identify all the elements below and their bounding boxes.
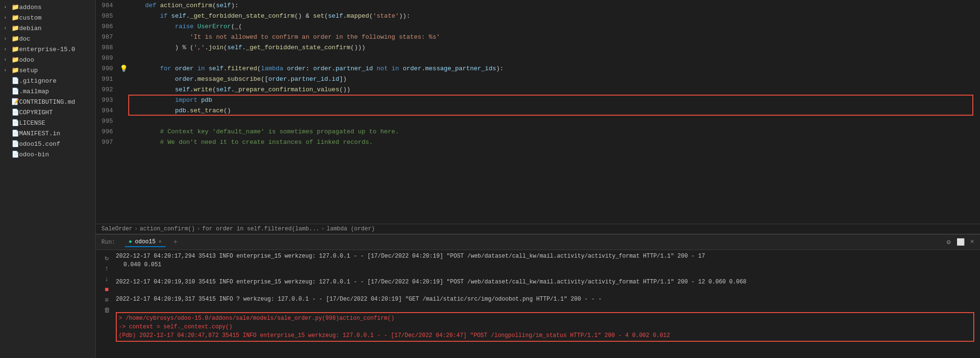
terminal-tab-odoo15[interactable]: ● odoo15 × [125, 238, 166, 247]
line-content: import pdb [128, 97, 980, 104]
terminal-debug-line: (Pdb) 2022-12-17 04:20:47,872 35415 INFO… [119, 331, 971, 340]
breadcrumb-part-2: action_confirm() [140, 226, 195, 232]
code-line-989: 989 [96, 53, 980, 63]
sidebar-item-debian[interactable]: › 📁 debian [0, 23, 95, 33]
file-icon: 📄 [11, 87, 19, 95]
line-content: # Context key 'default_name' is sometime… [128, 128, 980, 135]
code-line-984: 984 def action_confirm(self): [96, 0, 980, 11]
breadcrumb: SaleOrder › action_confirm() › for order… [96, 224, 980, 234]
gear-icon[interactable]: ⚙ [947, 238, 950, 246]
code-line-993: 993 import pdb [96, 95, 980, 105]
line-content: 'It is not allowed to confirm an order i… [128, 33, 980, 41]
line-content: for order in self.filtered(lambda order:… [128, 65, 980, 72]
breadcrumb-part-4: lambda (order) [326, 226, 375, 232]
terminal-log-line: 0.040 0.051 [116, 260, 974, 269]
line-content: self.write(self._prepare_confirmation_va… [128, 86, 980, 93]
file-icon: 📄 [11, 151, 19, 158]
sidebar-item-custom[interactable]: › 📁 custom [0, 12, 95, 23]
expand-arrow: › [4, 47, 11, 52]
line-number: 994 [96, 107, 119, 114]
code-line-985: 985 if self._get_forbidden_state_confirm… [96, 11, 980, 21]
sidebar-label: enterprise-15.0 [19, 46, 75, 53]
expand-arrow: › [4, 26, 11, 31]
code-line-988: 988 ) % (','.join(self._get_forbidden_st… [96, 42, 980, 53]
sidebar-label: custom [19, 14, 42, 22]
sidebar-item-odoobin[interactable]: › 📄 odoo-bin [0, 149, 95, 160]
restart-icon[interactable]: ↻ [105, 254, 109, 262]
file-icon: 📄 [11, 130, 19, 137]
sidebar-item-setup[interactable]: › 📁 setup [0, 65, 95, 76]
terminal-panel: Run: ● odoo15 × + ⚙ ⬜ × [96, 234, 980, 358]
breadcrumb-part-3: for order in self.filtered(lamb... [202, 226, 319, 232]
breadcrumb-sep: › [321, 226, 324, 232]
stop-icon[interactable]: ■ [105, 286, 109, 293]
sidebar-item-license[interactable]: › 📄 LICENSE [0, 118, 95, 128]
sidebar-label: doc [19, 35, 30, 43]
folder-icon: 📁 [11, 24, 19, 32]
terminal-debug-line: > /home/cybrosys/odoo-15.0/addons/sale/m… [119, 314, 971, 323]
line-number: 991 [96, 76, 119, 83]
add-terminal-icon[interactable]: + [173, 238, 178, 247]
sidebar-item-mailmap[interactable]: › 📄 .mailmap [0, 86, 95, 97]
sidebar-item-gitignore[interactable]: › 📄 .gitignore [0, 76, 95, 86]
expand-arrow: › [4, 15, 11, 21]
breadcrumb-sep: › [134, 226, 138, 232]
sidebar-label: MANIFEST.in [19, 130, 60, 137]
breadcrumb-part-1: SaleOrder [101, 226, 133, 232]
terminal-log-lines: 2022-12-17 04:20:17,294 35413 INFO enter… [112, 252, 974, 342]
terminal-controls: ⚙ ⬜ × [947, 238, 974, 246]
code-line-991: 991 order.message_subscribe([order.partn… [96, 74, 980, 84]
sidebar-label: COPYRIGHT [19, 109, 53, 116]
expand-arrow: › [4, 57, 11, 63]
folder-icon: 📁 [11, 56, 19, 64]
terminal-header: Run: ● odoo15 × + ⚙ ⬜ × [96, 235, 980, 250]
sidebar-item-conf[interactable]: › 📄 odoo15.conf [0, 139, 95, 149]
line-number: 996 [96, 128, 119, 135]
down-scroll-icon[interactable]: ↓ [105, 275, 109, 283]
terminal-debug-line: -> context = self._context.copy() [119, 323, 971, 331]
line-content: ) % (','.join(self._get_forbidden_state_… [128, 44, 980, 51]
code-line-994: 994 pdb.set_trace() [96, 105, 980, 116]
file-icon: 📝 [11, 98, 19, 106]
sidebar-item-copyright[interactable]: › 📄 COPYRIGHT [0, 107, 95, 118]
line-number: 984 [96, 2, 119, 9]
sidebar-item-addons[interactable]: › 📁 addons [0, 2, 95, 12]
terminal-tabs: Run: ● odoo15 × + [101, 238, 178, 247]
bulb-icon: 💡 [120, 65, 128, 73]
line-content: # We don't need it to create instances o… [128, 139, 980, 146]
sidebar-item-odoo[interactable]: › 📁 odoo [0, 54, 95, 65]
folder-icon: 📁 [11, 14, 19, 22]
code-line-987: 987 'It is not allowed to confirm an ord… [96, 32, 980, 42]
terminal-log-line [116, 286, 974, 295]
close-tab-icon[interactable]: × [158, 239, 162, 245]
line-number: 987 [96, 33, 119, 41]
up-scroll-icon[interactable]: ↑ [105, 265, 109, 272]
maximize-icon[interactable]: ⬜ [957, 238, 965, 246]
sidebar-label: .gitignore [19, 77, 56, 85]
close-terminal-icon[interactable]: × [970, 238, 974, 246]
sidebar-item-manifest[interactable]: › 📄 MANIFEST.in [0, 128, 95, 139]
line-content: def action_confirm(self): [128, 2, 980, 9]
line-number: 989 [96, 54, 119, 62]
folder-icon: 📁 [11, 3, 19, 11]
expand-arrow: › [4, 68, 11, 73]
sidebar-label: odoo [19, 56, 34, 64]
terminal-log-line: 2022-12-17 04:20:17,294 35413 INFO enter… [116, 252, 974, 260]
sidebar-label: odoo-bin [19, 151, 49, 158]
menu-icon[interactable]: ≡ [105, 296, 109, 304]
terminal-log-line: 2022-12-17 04:20:19,317 35415 INFO ? wer… [116, 295, 974, 304]
sidebar-item-doc[interactable]: › 📁 doc [0, 33, 95, 44]
main-layout: › 📁 addons › 📁 custom › 📁 debian › 📁 doc… [0, 0, 980, 358]
sidebar-item-enterprise[interactable]: › 📁 enterprise-15.0 [0, 44, 95, 54]
folder-icon: 📁 [11, 35, 19, 43]
editor-area: 984 def action_confirm(self): 985 if sel… [96, 0, 980, 358]
code-line-996: 996 # Context key 'default_name' is some… [96, 126, 980, 137]
code-line-995: 995 [96, 116, 980, 126]
expand-arrow: › [4, 36, 11, 42]
code-editor: 984 def action_confirm(self): 985 if sel… [96, 0, 980, 224]
sidebar-item-contributing[interactable]: › 📝 CONTRIBUTING.md [0, 97, 95, 107]
code-line-990: 990 💡 for order in self.filtered(lambda … [96, 63, 980, 74]
delete-icon[interactable]: 🗑 [104, 307, 110, 314]
file-icon: 📄 [11, 140, 19, 148]
file-explorer-sidebar: › 📁 addons › 📁 custom › 📁 debian › 📁 doc… [0, 0, 96, 358]
